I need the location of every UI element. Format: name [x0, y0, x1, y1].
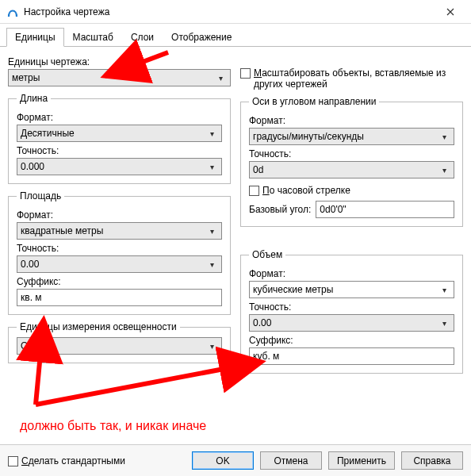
volume-suffix-input[interactable]: куб. м	[249, 347, 454, 365]
tab-units[interactable]: Единицы	[6, 28, 64, 47]
app-icon	[6, 6, 19, 18]
length-precision-label: Точность:	[17, 145, 222, 156]
close-button[interactable]	[435, 0, 466, 24]
volume-group: Объем Формат: кубические метры ▾ Точност…	[240, 249, 463, 374]
annotation-text: должно быть так, и никак иначе	[20, 419, 206, 433]
lighting-dropdown[interactable]: Общие ▾	[17, 337, 222, 355]
chevron-down-icon: ▾	[438, 286, 450, 294]
apply-button[interactable]: Применить	[328, 451, 395, 470]
length-group: Длина Формат: Десятичные ▾ Точность: 0.0…	[8, 93, 231, 184]
angle-legend: Оси в угловом направлении	[249, 96, 379, 107]
scale-objects-checkbox[interactable]	[240, 68, 251, 79]
area-format-dropdown[interactable]: квадратные метры ▾	[17, 222, 222, 240]
volume-format-label: Формат:	[249, 268, 454, 279]
chevron-down-icon: ▾	[205, 342, 218, 351]
angle-precision-dropdown[interactable]: 0d ▾	[249, 161, 454, 178]
length-format-dropdown[interactable]: Десятичные ▾	[17, 125, 222, 142]
tabs: Единицы Масштаб Слои Отображение	[0, 24, 471, 47]
length-format-label: Формат:	[17, 112, 222, 123]
ok-button[interactable]: OK	[192, 451, 254, 470]
volume-suffix-label: Суффикс:	[249, 335, 454, 346]
drawing-units-label: Единицы чертежа:	[8, 56, 231, 67]
tab-layers[interactable]: Слои	[122, 28, 163, 47]
tab-scale[interactable]: Масштаб	[64, 28, 122, 47]
angle-format-dropdown[interactable]: градусы/минуты/секунды ▾	[249, 128, 454, 145]
scale-objects-label: Масштабировать объекты, вставляемые из д…	[254, 67, 463, 90]
area-legend: Площадь	[17, 190, 64, 202]
chevron-down-icon: ▾	[205, 260, 218, 269]
window-title: Настройка чертежа	[24, 6, 435, 17]
chevron-down-icon: ▾	[438, 319, 450, 328]
help-button[interactable]: Справка	[401, 451, 463, 470]
make-default-checkbox[interactable]	[8, 456, 18, 466]
titlebar: Настройка чертежа	[0, 0, 471, 24]
area-suffix-input[interactable]: кв. м	[17, 289, 222, 306]
chevron-down-icon: ▾	[205, 227, 218, 236]
chevron-down-icon: ▾	[214, 74, 227, 83]
lighting-legend: Единицы измерения освещенности	[17, 321, 180, 332]
base-angle-input[interactable]: 0d0'0"	[316, 201, 454, 218]
tab-display[interactable]: Отображение	[163, 28, 240, 47]
angle-format-label: Формат:	[249, 115, 454, 126]
tab-content-units: Единицы чертежа: метры ▾ Длина Формат: Д…	[0, 47, 471, 374]
area-precision-dropdown[interactable]: 0.00 ▾	[17, 255, 222, 273]
lighting-group: Единицы измерения освещенности Общие ▾	[8, 321, 231, 363]
area-precision-label: Точность:	[17, 243, 222, 254]
make-default-label: Сделать стандартными	[21, 455, 125, 466]
length-precision-dropdown[interactable]: 0.000 ▾	[17, 158, 222, 175]
angle-group: Оси в угловом направлении Формат: градус…	[240, 96, 463, 227]
clockwise-checkbox[interactable]	[249, 186, 259, 196]
volume-legend: Объем	[249, 249, 285, 260]
area-suffix-label: Суффикс:	[17, 276, 222, 287]
length-legend: Длина	[17, 93, 51, 104]
area-format-label: Формат:	[17, 209, 222, 221]
chevron-down-icon: ▾	[438, 132, 450, 141]
drawing-units-value: метры	[12, 72, 214, 83]
chevron-down-icon: ▾	[205, 129, 218, 138]
chevron-down-icon: ▾	[205, 163, 218, 171]
cancel-button[interactable]: Отмена	[260, 451, 322, 470]
chevron-down-icon: ▾	[438, 166, 450, 175]
volume-format-dropdown[interactable]: кубические метры ▾	[249, 281, 454, 298]
area-group: Площадь Формат: квадратные метры ▾ Точно…	[8, 190, 231, 315]
volume-precision-label: Точность:	[249, 301, 454, 313]
drawing-units-dropdown[interactable]: метры ▾	[8, 69, 231, 86]
clockwise-label: По часовой стрелке	[262, 185, 350, 196]
angle-precision-label: Точность:	[249, 148, 454, 159]
base-angle-label: Базовый угол:	[249, 204, 311, 215]
volume-precision-dropdown[interactable]: 0.00 ▾	[249, 314, 454, 332]
bottom-bar: Сделать стандартными OK Отмена Применить…	[0, 444, 471, 476]
